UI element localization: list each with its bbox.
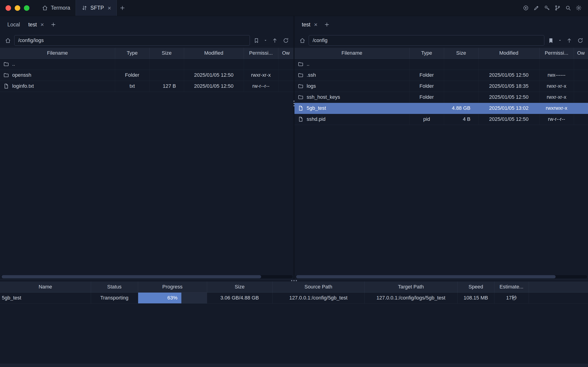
left-refresh-button[interactable]	[281, 35, 290, 46]
cell-owner	[574, 81, 588, 92]
chevron-down-icon	[558, 38, 562, 42]
cell-owner	[278, 81, 294, 92]
filename-text: sshd.pid	[307, 116, 325, 122]
file-icon	[298, 116, 304, 122]
app-tab-termora[interactable]: Termora	[36, 0, 76, 16]
column-header-permissi[interactable]: Permissi...	[244, 48, 278, 58]
file-row-sshd.pid[interactable]: sshd.pidpid4 B2025/01/05 12:50rw-r--r--	[294, 114, 588, 125]
horizontal-splitter[interactable]	[0, 279, 588, 282]
filename-text: openssh	[12, 72, 31, 78]
file-row-..[interactable]: ..	[294, 58, 588, 70]
column-header-filename[interactable]: Filename	[0, 48, 115, 58]
close-button[interactable]	[6, 5, 11, 11]
cell-transfer-progress: 63%	[138, 292, 207, 303]
minimize-button[interactable]	[15, 5, 20, 11]
column-header-type[interactable]: Type	[115, 48, 149, 58]
left-new-tab-button[interactable]	[48, 19, 59, 30]
panel-tab-local[interactable]: Local	[3, 19, 24, 30]
right-parent-dir-button[interactable]	[564, 35, 574, 46]
column-header-size[interactable]: Size	[444, 48, 478, 58]
file-row-5gb_test[interactable]: 5gb_test4.88 GB2025/01/05 13:02rwxrwxr-x	[294, 103, 588, 114]
cell-modified	[478, 58, 539, 70]
right-new-tab-button[interactable]	[322, 19, 332, 30]
right-horizontal-scrollbar[interactable]	[295, 275, 587, 278]
right-refresh-button[interactable]	[576, 35, 585, 46]
transfer-column-header-status[interactable]: Status	[91, 282, 138, 292]
cell-owner	[574, 58, 588, 70]
column-header-modified[interactable]: Modified	[478, 48, 539, 58]
cell-source-path: 127.0.0.1:/config/5gb_test	[273, 292, 364, 303]
edit-button[interactable]	[531, 0, 542, 16]
app-tab-sftp[interactable]: SFTP ×	[76, 0, 117, 16]
file-row-.ssh[interactable]: .sshFolder2025/01/05 12:50rwx------	[294, 70, 588, 81]
file-row-..[interactable]: ..	[0, 58, 294, 70]
right-panel-tabs: test×	[298, 19, 322, 30]
cell-owner	[574, 114, 588, 125]
close-tab-icon[interactable]: ×	[107, 5, 111, 11]
cell-type: Folder	[409, 70, 444, 81]
transfer-column-header-sourcepath[interactable]: Source Path	[273, 282, 364, 292]
transfer-column-header-targetpath[interactable]: Target Path	[364, 282, 457, 292]
record-button[interactable]	[520, 0, 531, 16]
transfer-column-header-progress[interactable]: Progress	[138, 282, 207, 292]
cell-filename: ssh_host_keys	[294, 92, 409, 103]
left-parent-dir-button[interactable]	[270, 35, 279, 46]
panel-tab-test[interactable]: test×	[24, 19, 48, 30]
panel-tab-test[interactable]: test×	[298, 19, 322, 30]
cell-type: Folder	[409, 92, 444, 103]
new-app-tab-button[interactable]	[117, 0, 128, 16]
filename-text: .ssh	[307, 72, 316, 78]
left-horizontal-scrollbar-thumb[interactable]	[2, 275, 261, 278]
cell-type: pid	[409, 114, 444, 125]
horizontal-splitter-handle[interactable]	[291, 280, 297, 281]
left-home-button[interactable]	[3, 35, 12, 46]
cell-transfer-status: Transporting	[91, 292, 138, 303]
transfer-column-header-estimate[interactable]: Estimate...	[494, 282, 529, 292]
right-bookmark-dropdown-button[interactable]	[557, 35, 563, 46]
right-bookmark-button[interactable]	[546, 35, 555, 46]
git-branch-button[interactable]	[552, 0, 563, 16]
left-horizontal-scrollbar[interactable]	[1, 275, 293, 278]
transfer-row-5gb_test[interactable]: 5gb_testTransporting63%3.06 GB/4.88 GB12…	[0, 292, 588, 303]
panel-tab-label: test	[302, 22, 310, 28]
file-row-openssh[interactable]: opensshFolder2025/01/05 12:50rwxr-xr-x	[0, 70, 294, 81]
close-tab-icon[interactable]: ×	[40, 22, 44, 28]
left-path-input[interactable]	[14, 35, 250, 46]
filename-text: 5gb_test	[307, 105, 326, 111]
column-header-size[interactable]: Size	[149, 48, 184, 58]
cell-permissions: rwxrwxr-x	[539, 103, 574, 114]
file-row-logs[interactable]: logsFolder2025/01/05 18:35rwxr-xr-x	[294, 81, 588, 92]
zoom-button[interactable]	[24, 5, 29, 11]
file-row-loginfo.txt[interactable]: loginfo.txttxt127 B2025/01/05 12:50rw-r-…	[0, 81, 294, 92]
column-header-modified[interactable]: Modified	[184, 48, 244, 58]
transfer-panel: NameStatusProgressSizeSource PathTarget …	[0, 282, 588, 364]
left-file-table: FilenameTypeSizeModifiedPermissi...Ow ..…	[0, 48, 294, 279]
home-icon	[5, 37, 11, 44]
settings-button[interactable]	[573, 0, 584, 16]
left-bookmark-dropdown-button[interactable]	[263, 35, 268, 46]
key-button[interactable]	[542, 0, 552, 16]
transfer-column-header-speed[interactable]: Speed	[457, 282, 494, 292]
search-button[interactable]	[563, 0, 573, 16]
column-header-ow[interactable]: Ow	[574, 48, 588, 58]
bottom-strip	[0, 364, 588, 367]
column-header-ow[interactable]: Ow	[278, 48, 294, 58]
left-bookmark-button[interactable]	[252, 35, 261, 46]
right-horizontal-scrollbar-thumb[interactable]	[296, 275, 556, 278]
transfer-column-header-blank[interactable]	[529, 282, 588, 292]
close-tab-icon[interactable]: ×	[313, 22, 317, 28]
transfer-column-header-size[interactable]: Size	[207, 282, 273, 292]
transfer-column-header-name[interactable]: Name	[0, 282, 91, 292]
cell-transfer-size: 3.06 GB/4.88 GB	[207, 292, 273, 303]
right-path-input[interactable]	[309, 35, 544, 46]
cell-type	[409, 58, 444, 70]
file-row-ssh_host_keys[interactable]: ssh_host_keysFolder2025/01/05 12:50rwxr-…	[294, 92, 588, 103]
column-header-permissi[interactable]: Permissi...	[539, 48, 574, 58]
right-home-button[interactable]	[298, 35, 307, 46]
cell-modified: 2025/01/05 12:50	[478, 114, 539, 125]
cell-filename: 5gb_test	[294, 103, 409, 114]
column-header-type[interactable]: Type	[409, 48, 444, 58]
column-header-filename[interactable]: Filename	[294, 48, 409, 58]
cell-modified: 2025/01/05 12:50	[184, 81, 244, 92]
cell-filename: sshd.pid	[294, 114, 409, 125]
